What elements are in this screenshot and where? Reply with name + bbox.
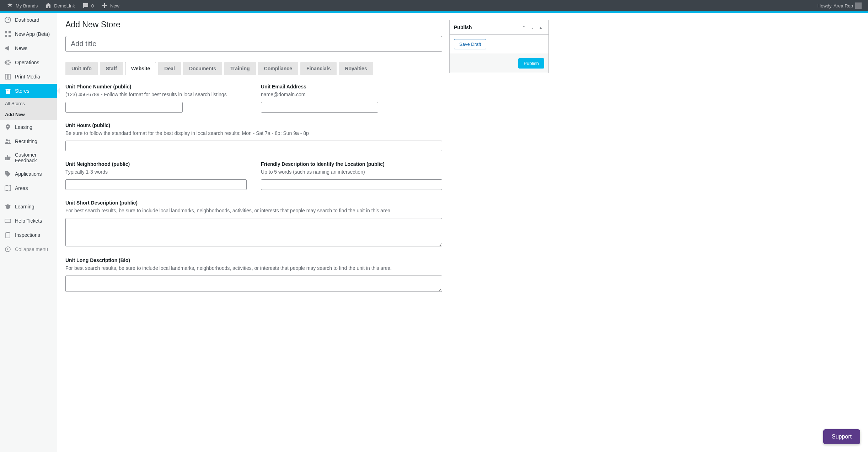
grid-icon bbox=[4, 31, 11, 38]
sidebar-item-label: Customer Feedback bbox=[15, 152, 53, 163]
ticket-icon bbox=[4, 217, 11, 224]
comments-count: 0 bbox=[91, 3, 94, 9]
email-input[interactable] bbox=[261, 102, 378, 113]
support-button[interactable]: Support bbox=[823, 429, 860, 444]
sidebar-item-print-media[interactable]: Print Media bbox=[0, 70, 57, 84]
thumbs-up-icon bbox=[4, 154, 11, 161]
main-content: Add New Store Unit Info Staff Website De… bbox=[57, 13, 868, 452]
sidebar-item-news[interactable]: News bbox=[0, 41, 57, 55]
tab-training[interactable]: Training bbox=[224, 62, 256, 75]
sidebar-item-label: Applications bbox=[15, 171, 42, 177]
phone-input[interactable] bbox=[65, 102, 183, 113]
move-down-icon[interactable]: ⌄ bbox=[529, 24, 536, 31]
sidebar-item-recruiting[interactable]: Recruiting bbox=[0, 134, 57, 148]
book-icon bbox=[4, 73, 11, 80]
collapse-icon bbox=[4, 246, 11, 253]
greeting-label: Howdy, Area Rep bbox=[818, 3, 853, 9]
sidebar-collapse[interactable]: Collapse menu bbox=[0, 242, 57, 256]
home-icon bbox=[45, 2, 52, 9]
tab-deal[interactable]: Deal bbox=[158, 62, 181, 75]
site-menu[interactable]: DemoLink bbox=[41, 0, 79, 11]
friendly-input[interactable] bbox=[261, 179, 442, 190]
sidebar-item-leasing[interactable]: Leasing bbox=[0, 120, 57, 134]
post-title-input[interactable] bbox=[65, 36, 442, 52]
publish-box: Publish ⌃ ⌄ ▴ Save Draft Publish bbox=[449, 20, 549, 73]
neighborhood-input[interactable] bbox=[65, 179, 247, 190]
dashboard-icon bbox=[4, 16, 11, 23]
hours-label: Unit Hours (public) bbox=[65, 122, 442, 128]
comment-icon bbox=[82, 2, 89, 9]
sidebar-item-areas[interactable]: Areas bbox=[0, 181, 57, 195]
submenu-item-add-new[interactable]: Add New bbox=[0, 109, 57, 120]
neighborhood-label: Unit Neighborhood (public) bbox=[65, 161, 247, 167]
sidebar-item-label: News bbox=[15, 45, 27, 51]
account-menu[interactable]: Howdy, Area Rep bbox=[814, 0, 865, 11]
sidebar-item-inspections[interactable]: Inspections bbox=[0, 228, 57, 242]
tab-staff[interactable]: Staff bbox=[100, 62, 123, 75]
sidebar-item-label: Collapse menu bbox=[15, 246, 48, 252]
sidebar-item-label: New App (Beta) bbox=[15, 31, 50, 37]
gear-icon bbox=[4, 59, 11, 66]
hours-input[interactable] bbox=[65, 141, 442, 151]
short-desc-input[interactable] bbox=[65, 218, 442, 246]
my-brands-label: My Brands bbox=[16, 3, 38, 9]
location-icon bbox=[4, 124, 11, 131]
submenu-stores: All Stores Add New bbox=[0, 98, 57, 120]
svg-rect-2 bbox=[9, 31, 11, 33]
tab-compliance[interactable]: Compliance bbox=[258, 62, 298, 75]
submenu-item-all-stores[interactable]: All Stores bbox=[0, 98, 57, 109]
save-draft-button[interactable]: Save Draft bbox=[454, 39, 486, 49]
move-up-icon[interactable]: ⌃ bbox=[520, 24, 527, 31]
sidebar-item-label: Stores bbox=[15, 88, 29, 94]
sidebar-item-operations[interactable]: Operations bbox=[0, 55, 57, 70]
friendly-label: Friendly Description to Identify the Loc… bbox=[261, 161, 442, 167]
publish-button[interactable]: Publish bbox=[518, 58, 544, 69]
toggle-panel-icon[interactable]: ▴ bbox=[537, 24, 544, 31]
svg-point-5 bbox=[6, 139, 8, 141]
sidebar-item-label: Inspections bbox=[15, 232, 40, 238]
sidebar-item-dashboard[interactable]: Dashboard bbox=[0, 13, 57, 27]
sidebar-item-stores[interactable]: Stores bbox=[0, 84, 57, 98]
sidebar-item-learning[interactable]: Learning bbox=[0, 200, 57, 214]
sidebar-item-label: Learning bbox=[15, 204, 34, 209]
svg-point-10 bbox=[5, 247, 10, 252]
tab-website[interactable]: Website bbox=[125, 62, 156, 75]
tab-unit-info[interactable]: Unit Info bbox=[65, 62, 98, 75]
page-title: Add New Store bbox=[65, 20, 442, 29]
my-brands-menu[interactable]: My Brands bbox=[3, 0, 41, 11]
store-icon bbox=[4, 87, 11, 94]
long-desc-label: Unit Long Description (Bio) bbox=[65, 257, 442, 263]
site-name-label: DemoLink bbox=[54, 3, 75, 9]
sidebar-item-label: Dashboard bbox=[15, 17, 39, 23]
sidebar-item-label: Areas bbox=[15, 185, 28, 191]
tabs: Unit Info Staff Website Deal Documents T… bbox=[65, 62, 442, 75]
svg-rect-4 bbox=[9, 35, 11, 37]
graduation-icon bbox=[4, 203, 11, 210]
sidebar: Dashboard New App (Beta) News Operations… bbox=[0, 13, 57, 452]
friendly-hint: Up to 5 words (such as naming an interse… bbox=[261, 168, 442, 176]
sidebar-item-label: Recruiting bbox=[15, 138, 37, 144]
tab-royalties[interactable]: Royalties bbox=[339, 62, 373, 75]
tab-financials[interactable]: Financials bbox=[300, 62, 337, 75]
tag-icon bbox=[4, 170, 11, 178]
sidebar-item-label: Operations bbox=[15, 60, 39, 65]
short-desc-label: Unit Short Description (public) bbox=[65, 200, 442, 206]
phone-label: Unit Phone Number (public) bbox=[65, 84, 247, 89]
short-desc-hint: For best search results, be sure to incl… bbox=[65, 207, 442, 214]
phone-hint: (123) 456-6789 - Follow this format for … bbox=[65, 91, 247, 98]
new-menu[interactable]: New bbox=[97, 0, 123, 11]
sidebar-item-help-tickets[interactable]: Help Tickets bbox=[0, 214, 57, 228]
tab-documents[interactable]: Documents bbox=[183, 62, 222, 75]
svg-rect-1 bbox=[5, 31, 7, 33]
sidebar-item-customer-feedback[interactable]: Customer Feedback bbox=[0, 148, 57, 167]
people-icon bbox=[4, 138, 11, 145]
hours-hint: Be sure to follow the standard format fo… bbox=[65, 130, 442, 137]
sidebar-item-label: Print Media bbox=[15, 74, 40, 80]
sidebar-item-applications[interactable]: Applications bbox=[0, 167, 57, 181]
long-desc-input[interactable] bbox=[65, 276, 442, 292]
svg-rect-3 bbox=[5, 35, 7, 37]
comments-menu[interactable]: 0 bbox=[79, 0, 97, 11]
sidebar-item-new-app[interactable]: New App (Beta) bbox=[0, 27, 57, 41]
sidebar-item-label: Help Tickets bbox=[15, 218, 42, 224]
map-icon bbox=[4, 185, 11, 192]
